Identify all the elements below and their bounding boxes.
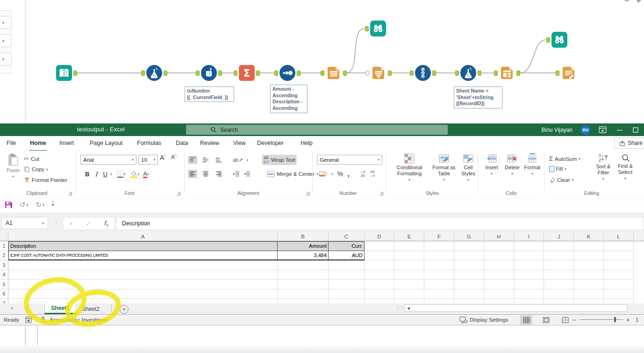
tool-layout[interactable] [499,65,515,81]
output-anchor[interactable] [478,71,481,76]
output-anchor[interactable] [516,71,520,76]
cell-K7[interactable] [574,299,604,303]
cell-J5[interactable] [544,280,574,289]
cell-F3[interactable] [424,260,454,270]
tab-review[interactable]: Review [199,136,220,150]
row-header-3[interactable]: 3 [0,260,8,270]
cell-A2[interactable]: EJHF COST: AUTOMATIC DATA PROCESSING LIM… [8,251,278,261]
output-anchor[interactable] [388,71,392,76]
find-select-button[interactable]: Find & Select ▾ [615,153,636,180]
cell-styles-button[interactable]: Cell Styles ▾ [459,153,478,182]
grow-font-button[interactable]: A˄ [160,154,166,161]
accessibility-checker-button[interactable]: Accessibility: Investigate [40,315,108,325]
input-anchor[interactable] [141,71,145,76]
decrease-indent-button[interactable] [233,171,240,177]
cell-H4[interactable] [484,270,514,280]
user-name[interactable]: Binu Vijayan [542,127,573,133]
borders-icon[interactable] [117,171,124,178]
column-header-A[interactable]: A [8,232,278,241]
cell-J2[interactable] [544,251,574,261]
cell-F7[interactable] [424,299,454,303]
underline-button[interactable]: U [100,170,110,179]
alteryx-workflow-canvas[interactable]: ▾ ▾ ▾ − + [0,0,644,123]
row-header-1[interactable]: 1 [0,241,8,251]
cut-button[interactable]: ✂Cut [22,154,41,163]
avatar[interactable]: BV [581,125,590,135]
tool-sort[interactable] [279,65,295,81]
cell-G4[interactable] [454,270,484,280]
cell-K5[interactable] [574,280,604,289]
annotation-multi-field-formula[interactable]: toNumber ([_CurrentField_]) [185,86,234,102]
cell-K1[interactable] [574,241,604,251]
insert-cells-button[interactable]: Insert ▾ [482,153,501,176]
column-header-L[interactable]: L [604,232,634,241]
cell-H3[interactable] [484,260,514,270]
tab-data[interactable]: Data [175,136,189,150]
cell-G6[interactable] [454,289,484,299]
cell-A1[interactable]: Description [8,241,278,251]
cell-H1[interactable] [484,241,514,251]
zoom-slider-handle[interactable] [614,317,616,322]
cell-I4[interactable] [514,270,544,280]
cell-B1[interactable]: Amount [278,241,329,251]
cell-I5[interactable] [514,280,544,289]
cell-C1[interactable]: Curr. [329,241,365,251]
cell-K3[interactable] [574,260,604,270]
annotation-sheet-name-formula[interactable]: Sheet Name = 'Sheet'+toString ([RecordID… [454,86,502,108]
shrink-font-button[interactable]: A˅ [171,154,177,160]
cell-G1[interactable] [454,241,484,251]
align-center-button[interactable] [201,170,210,178]
tool-formula[interactable] [146,65,162,81]
tool-summarize[interactable]: Σ [239,65,255,81]
font-dialog-launcher[interactable]: ↘ [177,192,180,195]
tool-formula-2[interactable] [460,65,476,81]
increase-decimal-button[interactable]: ←0.00 [360,170,365,178]
cell-D1[interactable] [365,241,394,251]
tool-report-text[interactable] [371,65,386,81]
cell-H5[interactable] [484,280,514,289]
tool-basic-table[interactable] [326,65,342,81]
cell-L2[interactable] [604,251,634,261]
cell-J3[interactable] [544,260,574,270]
output-anchor[interactable] [218,71,222,76]
cell-L7[interactable] [604,299,634,303]
cell-D4[interactable] [365,270,394,280]
increase-indent-button[interactable] [243,171,250,177]
font-color-icon[interactable]: A [143,171,147,178]
format-as-table-button[interactable]: Format as Table ▾ [430,153,458,182]
title-bar[interactable]: testoutput - Excel Search Binu Vijayan B… [0,123,644,136]
tab-view[interactable]: View [232,136,247,150]
cell-J1[interactable] [544,241,574,251]
cell-D2[interactable] [365,251,394,261]
cell-J4[interactable] [544,270,574,280]
cell-J6[interactable] [544,289,574,299]
bold-button[interactable]: B [82,170,92,179]
formula-input[interactable]: Description [116,217,644,230]
number-format-combo[interactable]: General▾ [317,155,382,165]
output-anchor[interactable] [73,71,77,76]
ribbon-display-options-icon[interactable] [599,126,607,133]
cell-E7[interactable] [394,299,424,303]
fill-button[interactable]: ↓Fill▾ [548,165,568,173]
page-break-view-button[interactable] [559,315,571,325]
tool-browse-2[interactable] [551,32,567,48]
cell-L5[interactable] [604,280,634,289]
new-sheet-button[interactable]: + [120,305,129,314]
input-anchor[interactable] [546,37,550,43]
input-anchor[interactable] [365,26,369,31]
align-left-button[interactable] [188,170,197,178]
tool-render[interactable] [561,65,577,81]
cell-I1[interactable] [514,241,544,251]
cell-F2[interactable] [424,251,454,261]
horizontal-scrollbar[interactable]: ◄ [404,304,628,312]
undo-button[interactable]: ↺▾ [20,201,28,209]
cell-D3[interactable] [365,260,394,270]
row-header-2[interactable]: 2 [0,251,8,261]
page-layout-view-button[interactable] [540,315,552,325]
cell-D7[interactable] [365,299,394,303]
tool-multi-field-formula[interactable] [201,65,217,81]
input-anchor[interactable] [455,71,459,76]
zoom-slider-track[interactable] [580,319,623,320]
select-all-corner[interactable] [0,232,8,241]
cancel-entry-button[interactable]: × [70,220,73,227]
